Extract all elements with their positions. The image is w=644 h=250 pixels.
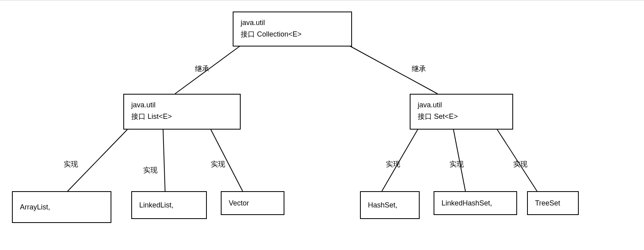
node-collection: java.util 接口 Collection<E>	[233, 12, 352, 47]
node-linkedlist: LinkedList,	[131, 191, 207, 219]
node-arraylist: ArrayList,	[12, 191, 111, 223]
node-collection-pkg: java.util	[241, 17, 344, 29]
edge-label-impl-linkedhashset: 实现	[449, 159, 464, 169]
node-list-label: 接口 List<E>	[131, 111, 233, 122]
node-linkedhashset-label: LinkedHashSet,	[442, 198, 492, 209]
node-arraylist-label: ArrayList,	[20, 202, 50, 213]
edge-label-impl-hashset: 实现	[386, 159, 400, 169]
edge-label-impl-vector: 实现	[211, 159, 225, 169]
edge-label-impl-arraylist: 实现	[64, 159, 78, 169]
node-treeset-label: TreeSet	[535, 198, 560, 209]
node-linkedlist-label: LinkedList,	[139, 200, 173, 211]
edge-label-impl-linkedlist: 实现	[143, 165, 158, 175]
edge-label-inherit-set: 继承	[412, 64, 426, 74]
svg-line-3	[163, 130, 165, 191]
node-linkedhashset: LinkedHashSet,	[434, 191, 517, 215]
node-list: java.util 接口 List<E>	[123, 94, 241, 130]
node-set: java.util 接口 Set<E>	[410, 94, 513, 130]
edge-label-impl-treeset: 实现	[513, 159, 527, 169]
node-vector-label: Vector	[229, 198, 249, 209]
node-collection-label: 接口 Collection<E>	[241, 29, 344, 40]
node-vector: Vector	[221, 191, 284, 215]
node-treeset: TreeSet	[527, 191, 579, 215]
node-set-pkg: java.util	[418, 99, 505, 111]
node-hashset: HashSet,	[360, 191, 420, 219]
node-hashset-label: HashSet,	[368, 200, 397, 211]
node-list-pkg: java.util	[131, 99, 233, 111]
node-set-label: 接口 Set<E>	[418, 111, 505, 122]
edge-label-inherit-list: 继承	[195, 64, 209, 74]
